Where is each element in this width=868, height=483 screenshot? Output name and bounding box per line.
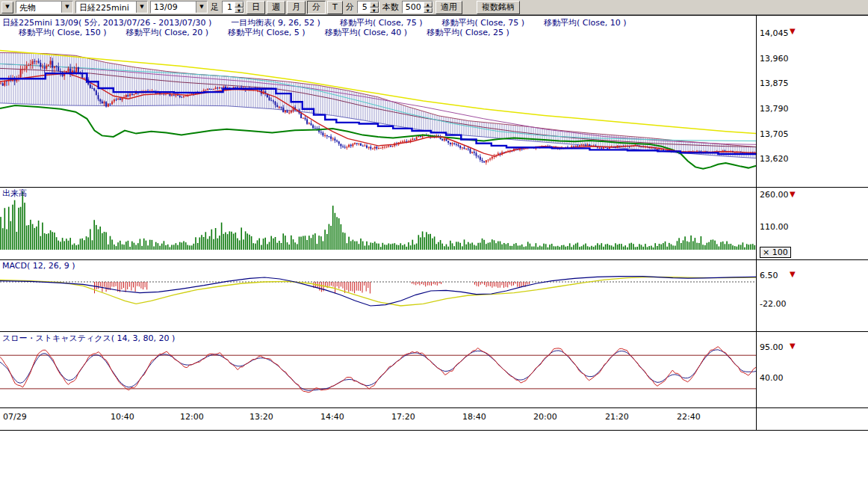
multi-symbol-button[interactable]: 複数銘柄 (477, 1, 520, 14)
dropdown-arrow-icon[interactable]: ▼ (136, 1, 147, 13)
contract-month-select[interactable]: 13/09 ▼ (150, 1, 208, 13)
bar-count-value: 500 (403, 1, 424, 13)
period-button-T[interactable]: T (327, 1, 343, 14)
minute-count-spinner[interactable]: 5 ▲▼ (357, 1, 379, 13)
volume-axis-label: 110.00 (760, 222, 789, 232)
time-axis-label: 14:40 (320, 412, 344, 422)
bar-interval-spinner[interactable]: 1 ▲▼ (222, 1, 244, 13)
period-button-分[interactable]: 分 (307, 1, 326, 14)
period-button-週[interactable]: 週 (267, 1, 285, 14)
period-button-日[interactable]: 日 (247, 1, 265, 14)
stochastics-panel-label: スロー・ストキャスティクス( 14, 3, 80, 20 ) (2, 333, 175, 344)
legend-item: 移動平均( Close, 40 ) (325, 27, 408, 38)
price-axis-label: 14,045 (760, 28, 789, 38)
price-axis-label: 13,790 (760, 104, 789, 114)
dropdown-arrow-icon: ▼ (5, 4, 9, 10)
legend-item: 移動平均( Close, 20 ) (126, 27, 209, 38)
dropdown-arrow-icon[interactable]: ▼ (196, 1, 207, 13)
indicator-legend-row2: 移動平均( Close, 150 )移動平均( Close, 20 )移動平均(… (19, 27, 509, 38)
time-axis-label: 17:20 (391, 412, 415, 422)
time-axis-label: 07/29 (3, 412, 27, 422)
macd-axis-label: 6.50 (760, 271, 778, 280)
spin-up-icon[interactable]: ▲ (424, 1, 433, 7)
legend-item: 移動平均( Close, 25 ) (427, 27, 509, 38)
legend-item: 移動平均( Close, 5 ) (228, 27, 306, 38)
time-axis-label: 13:20 (249, 412, 273, 422)
macd-panel-label: MACD( 12, 26, 9 ) (2, 261, 75, 271)
legend-item: 移動平均( Close, 150 ) (19, 27, 107, 38)
collapse-dropdown-button[interactable]: ▼ (1, 1, 13, 13)
bar-type-label: 足 (210, 1, 220, 13)
period-button-group: 日週月分T (247, 1, 343, 14)
spin-up-icon[interactable]: ▲ (235, 1, 244, 7)
time-axis-label: 22:40 (677, 412, 701, 422)
macd-panel-collapse-button[interactable]: ▼ (790, 270, 800, 279)
apply-button[interactable]: 適用 (435, 1, 462, 14)
stoch-axis-label: 95.00 (760, 342, 784, 352)
volume-multiplier-badge: × 100 (760, 247, 791, 258)
price-axis-label: 13,705 (760, 129, 789, 139)
macd-axis-label: -22.00 (760, 299, 786, 309)
stoch-axis-label: 40.00 (760, 373, 784, 383)
symbol-value: 日経225mini (76, 1, 136, 13)
time-axis-label: 18:40 (462, 412, 486, 422)
price-axis-label: 13,960 (760, 54, 789, 64)
time-axis: 07/2910:4012:0013:2014:4017:2018:4020:00… (0, 412, 756, 427)
instrument-type-value: 先物 (16, 1, 61, 13)
minute-count-value: 5 (358, 1, 370, 13)
time-axis-label: 21:20 (605, 412, 629, 422)
dropdown-arrow-icon[interactable]: ▼ (61, 1, 72, 13)
chart-canvas[interactable] (0, 0, 868, 483)
spin-up-icon[interactable]: ▲ (370, 1, 379, 7)
time-axis-label: 10:40 (111, 412, 134, 422)
spin-down-icon[interactable]: ▼ (424, 7, 433, 13)
contract-month-value: 13/09 (151, 1, 196, 13)
stoch-panel-collapse-button[interactable]: ▼ (790, 342, 800, 351)
price-panel-collapse-button[interactable]: ▼ (790, 27, 800, 36)
bar-count-spinner[interactable]: 500 ▲▼ (402, 1, 433, 13)
volume-panel-collapse-button[interactable]: ▼ (790, 190, 800, 199)
period-button-月[interactable]: 月 (287, 1, 306, 14)
spin-down-icon[interactable]: ▼ (370, 7, 379, 13)
price-axis-label: 13,620 (760, 154, 789, 164)
minute-unit-label: 分 (345, 1, 355, 13)
spin-down-icon[interactable]: ▼ (235, 7, 244, 13)
legend-item: 移動平均( Close, 10 ) (544, 17, 627, 28)
time-axis-label: 12:00 (180, 412, 204, 422)
symbol-select[interactable]: 日経225mini ▼ (75, 1, 148, 13)
toolbar: ▼ 先物 ▼ 日経225mini ▼ 13/09 ▼ 足 1 ▲▼ 日週月分T … (0, 0, 868, 15)
bar-count-label: 本数 (382, 1, 400, 13)
instrument-type-select[interactable]: 先物 ▼ (16, 1, 73, 13)
volume-axis-label: 260.00 (760, 190, 789, 200)
bar-interval-value: 1 (223, 1, 235, 13)
price-axis-label: 13,875 (760, 79, 789, 88)
time-axis-label: 20:00 (533, 412, 557, 422)
volume-panel-label: 出来高 (2, 188, 27, 199)
